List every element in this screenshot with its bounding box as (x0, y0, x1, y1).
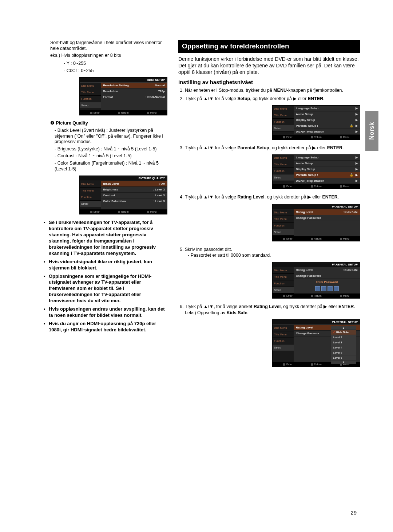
osd-side-item: Disc Menu (80, 181, 101, 188)
osd-foot-btn: Enter (283, 136, 293, 138)
osd-side-item: Disc Menu (273, 155, 294, 161)
osd-foot-btn: Return (118, 210, 129, 213)
submenu-item: Level 5 (331, 350, 356, 355)
chevron-right-icon: ▶ (353, 113, 358, 116)
osd-parental-setup: PARENTAL SETUP Disc Menu Title Menu Func… (272, 204, 360, 241)
osd-side-item: Title Menu (80, 89, 101, 96)
step-item: Når enheten er i Stop-modus, trykker du … (185, 87, 360, 93)
osd-foot-btn: Return (311, 136, 322, 138)
osd-side-item: Disc Menu (273, 267, 294, 274)
osd-row-label: Black Level (103, 182, 158, 185)
note-text: Oppløsningene som er tilgjengelige for H… (49, 273, 167, 304)
osd-foot-btn: Return (311, 363, 322, 366)
osd-row-label: DivX(R) Registration (296, 130, 353, 133)
osd-side-item: Title Menu (273, 161, 294, 168)
chevron-down-icon: ▼ (331, 360, 356, 364)
osd-row-value: : Level 3 (152, 194, 165, 197)
language-tab: Norsk (365, 111, 378, 151)
osd-row-label: Contrast (103, 194, 152, 197)
osd-side-item: Title Menu (273, 112, 294, 119)
osd-side-item: Disc Menu (273, 106, 294, 112)
submenu-item: Level 4 (331, 345, 356, 350)
chevron-right-icon: ▶ (353, 130, 358, 133)
note-text: Se i brukerveiledningen for TV-apparatet… (49, 220, 167, 256)
osd-row-value: : RGB-Normal (144, 95, 165, 99)
osd-side-item: Title Menu (80, 188, 101, 194)
page-number: 29 (350, 509, 357, 516)
osd-side-item: Function (273, 168, 294, 174)
range-line: - Y : 0~255 (44, 61, 167, 67)
osd-row-label: DivX(R) Registration (296, 179, 353, 182)
osd-side-item: Setup (80, 102, 101, 109)
osd-side-item: Setup (273, 344, 294, 351)
osd-foot-btn: Return (311, 295, 322, 297)
pq-item: - Color Saturation (Fargeintensitet) : N… (44, 161, 167, 172)
osd-foot-btn: Return (311, 237, 322, 240)
osd-foot-btn: Menu (340, 136, 350, 138)
osd-title: PARENTAL SETUP (273, 320, 360, 325)
step-item: Trykk på ▲/▼ for å velge Rating Level, o… (185, 194, 360, 200)
osd-foot-btn: Enter (90, 210, 100, 213)
range-line: - CbCr : 0~255 (44, 68, 167, 74)
osd-row-label: Language Setup (296, 107, 353, 110)
chevron-right-icon: ▶ (353, 107, 358, 110)
pq-heading: ❼ Picture Quality (44, 121, 167, 126)
osd-row-label: Display Setup (296, 118, 353, 122)
lock-icon: 🔒 (350, 124, 353, 127)
subheading: Instilling av hastighetsnivået (178, 79, 360, 85)
osd-title: PARENTAL SETUP (273, 204, 360, 209)
osd-row-value: : Kids Safe (341, 268, 358, 272)
circled-number-icon: ❼ (50, 121, 55, 126)
osd-side-item: Function (273, 119, 294, 125)
osd-foot-btn: Menu (147, 210, 157, 213)
osd-side-item: Title Menu (273, 274, 294, 280)
osd-title: PARENTAL SETUP (273, 262, 360, 267)
left-column: Sort-hvitt og fargenivåene i hele område… (44, 40, 167, 372)
osd-row-value: : Level 3 (152, 200, 165, 203)
osd-title: HDMI SETUP (80, 78, 167, 83)
osd-row-label: Rating Level (296, 268, 341, 272)
osd-side-item: Function (80, 194, 101, 201)
osd-foot-btn: Enter (283, 185, 293, 188)
submenu-item: Level 6 (331, 355, 356, 360)
osd-row-label: Rating Level (296, 210, 341, 214)
osd-foot-btn: Enter (283, 363, 293, 366)
step-item: Trykk på ▲/▼ for å velge Setup, og trykk… (185, 96, 360, 102)
step-item: Trykk på ▲/▼, for å velge ønsket Rating … (185, 304, 360, 316)
osd-row-label: Language Setup (296, 156, 353, 159)
manual-page: Norsk Sort-hvitt og fargenivåene i hele … (0, 0, 393, 532)
submenu-item: Level 2 (331, 335, 356, 340)
lock-icon: 🔒 (350, 173, 353, 177)
osd-foot-btn: Enter (283, 237, 293, 240)
osd-row-label: Brightness (103, 188, 152, 191)
intro-line: Sort-hvitt og fargenivåene i hele område… (44, 40, 167, 51)
osd-foot-btn: Return (118, 111, 129, 114)
chevron-right-icon: ▶ (353, 179, 358, 182)
right-column: Oppsetting av foreldrekontrollen Denne f… (178, 40, 360, 372)
osd-row-value: : 720p (155, 90, 165, 93)
osd-side-item: Title Menu (273, 331, 294, 338)
chevron-right-icon: ▶ (353, 118, 358, 122)
chevron-right-icon: ▶ (353, 168, 358, 171)
osd-row-value: : Level 3 (152, 188, 165, 191)
osd-side-item: Title Menu (273, 216, 294, 222)
osd-row-value: : Off (158, 182, 165, 185)
osd-row-label: Format (103, 95, 144, 99)
osd-foot-btn: Menu (147, 111, 157, 114)
osd-foot-btn: Menu (340, 237, 350, 240)
chevron-right-icon: ▶ (353, 124, 358, 127)
osd-row-label: Resolution Setting (103, 84, 152, 87)
intro-line: eks.) Hvis bitoppløsningen er 8 bits (44, 53, 167, 59)
osd-parental-rating-levels: PARENTAL SETUP Disc Menu Title Menu Func… (272, 319, 360, 367)
chevron-right-icon: ▶ (353, 156, 358, 159)
step-item: Trykk på ▲/▼ for å velge Parental Setup,… (185, 145, 360, 151)
osd-side-item: Function (273, 280, 294, 287)
osd-row-label: Resolution (103, 90, 155, 93)
osd-parental-password: PARENTAL SETUP Disc Menu Title Menu Func… (272, 262, 360, 299)
osd-setup-menu-highlight: Disc Menu Title Menu Function Setup Lang… (272, 154, 360, 189)
osd-side-item: Setup (273, 174, 294, 181)
osd-row-value: : Manual (152, 84, 165, 87)
steps-list: Når enheten er i Stop-modus, trykker du … (178, 87, 360, 102)
osd-foot-btn: Enter (283, 295, 293, 297)
osd-row-label: Color Saturation (103, 200, 152, 203)
